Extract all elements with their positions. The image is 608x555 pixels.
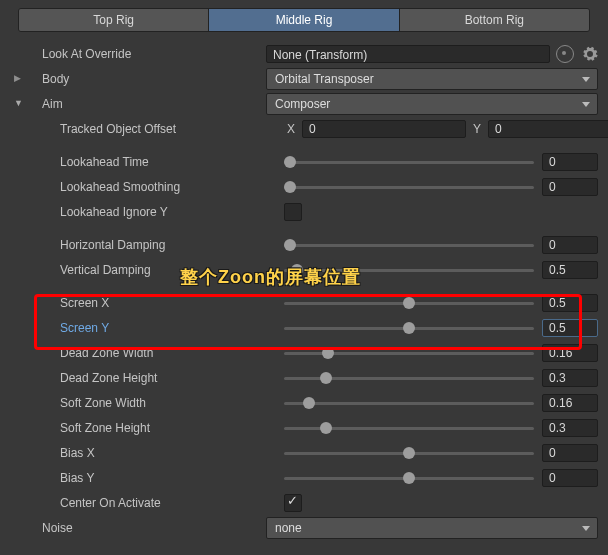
horizontal-damping-field[interactable] bbox=[542, 236, 598, 254]
object-picker-icon[interactable] bbox=[556, 45, 574, 63]
noise-dropdown[interactable]: none bbox=[266, 517, 598, 539]
lookahead-ignore-y-label: Lookahead Ignore Y bbox=[28, 205, 284, 219]
tracked-offset-y-field[interactable] bbox=[488, 120, 608, 138]
dead-zone-width-slider[interactable] bbox=[284, 352, 534, 355]
screen-x-label: Screen X bbox=[28, 296, 284, 310]
soft-zone-width-label: Soft Zone Width bbox=[28, 396, 284, 410]
dead-zone-height-label: Dead Zone Height bbox=[28, 371, 284, 385]
gear-icon[interactable] bbox=[582, 46, 598, 62]
body-foldout-icon[interactable]: ▶ bbox=[14, 73, 21, 83]
tab-bottom-rig[interactable]: Bottom Rig bbox=[400, 9, 589, 31]
bias-y-slider[interactable] bbox=[284, 477, 534, 480]
bias-y-label: Bias Y bbox=[28, 471, 284, 485]
dead-zone-height-field[interactable] bbox=[542, 369, 598, 387]
rig-tabs: Top Rig Middle Rig Bottom Rig bbox=[18, 8, 590, 32]
soft-zone-height-slider[interactable] bbox=[284, 427, 534, 430]
bias-x-field[interactable] bbox=[542, 444, 598, 462]
vertical-damping-label: Vertical Damping bbox=[28, 263, 284, 277]
x-label[interactable]: X bbox=[284, 122, 298, 136]
vertical-damping-slider[interactable] bbox=[284, 269, 534, 272]
screen-x-slider[interactable] bbox=[284, 302, 534, 305]
soft-zone-width-field[interactable] bbox=[542, 394, 598, 412]
lookahead-smoothing-field[interactable] bbox=[542, 178, 598, 196]
screen-y-field[interactable] bbox=[542, 319, 598, 337]
noise-label: Noise bbox=[28, 521, 266, 535]
soft-zone-width-slider[interactable] bbox=[284, 402, 534, 405]
lookahead-time-field[interactable] bbox=[542, 153, 598, 171]
horizontal-damping-label: Horizontal Damping bbox=[28, 238, 284, 252]
screen-x-field[interactable] bbox=[542, 294, 598, 312]
dead-zone-width-label: Dead Zone Width bbox=[28, 346, 284, 360]
screen-y-label: Screen Y bbox=[28, 321, 284, 335]
soft-zone-height-field[interactable] bbox=[542, 419, 598, 437]
lookahead-smoothing-slider[interactable] bbox=[284, 186, 534, 189]
lookahead-time-slider[interactable] bbox=[284, 161, 534, 164]
tab-top-rig[interactable]: Top Rig bbox=[19, 9, 209, 31]
center-on-activate-checkbox[interactable] bbox=[284, 494, 302, 512]
screen-y-slider[interactable] bbox=[284, 327, 534, 330]
lookahead-smoothing-label: Lookahead Smoothing bbox=[28, 180, 284, 194]
vertical-damping-field[interactable] bbox=[542, 261, 598, 279]
aim-dropdown[interactable]: Composer bbox=[266, 93, 598, 115]
body-label: Body bbox=[28, 72, 266, 86]
lookahead-time-label: Lookahead Time bbox=[28, 155, 284, 169]
aim-label: Aim bbox=[28, 97, 266, 111]
soft-zone-height-label: Soft Zone Height bbox=[28, 421, 284, 435]
look-at-override-field[interactable]: None (Transform) bbox=[266, 45, 550, 63]
bias-x-slider[interactable] bbox=[284, 452, 534, 455]
tab-middle-rig[interactable]: Middle Rig bbox=[209, 9, 399, 31]
tracked-object-offset-label: Tracked Object Offset bbox=[28, 122, 284, 136]
aim-foldout-icon[interactable]: ▼ bbox=[14, 98, 23, 108]
center-on-activate-label: Center On Activate bbox=[28, 496, 284, 510]
dead-zone-width-field[interactable] bbox=[542, 344, 598, 362]
lookahead-ignore-y-checkbox[interactable] bbox=[284, 203, 302, 221]
horizontal-damping-slider[interactable] bbox=[284, 244, 534, 247]
tracked-offset-x-field[interactable] bbox=[302, 120, 466, 138]
dead-zone-height-slider[interactable] bbox=[284, 377, 534, 380]
bias-y-field[interactable] bbox=[542, 469, 598, 487]
body-dropdown[interactable]: Orbital Transposer bbox=[266, 68, 598, 90]
look-at-override-label: Look At Override bbox=[28, 47, 266, 61]
bias-x-label: Bias X bbox=[28, 446, 284, 460]
y-label[interactable]: Y bbox=[470, 122, 484, 136]
